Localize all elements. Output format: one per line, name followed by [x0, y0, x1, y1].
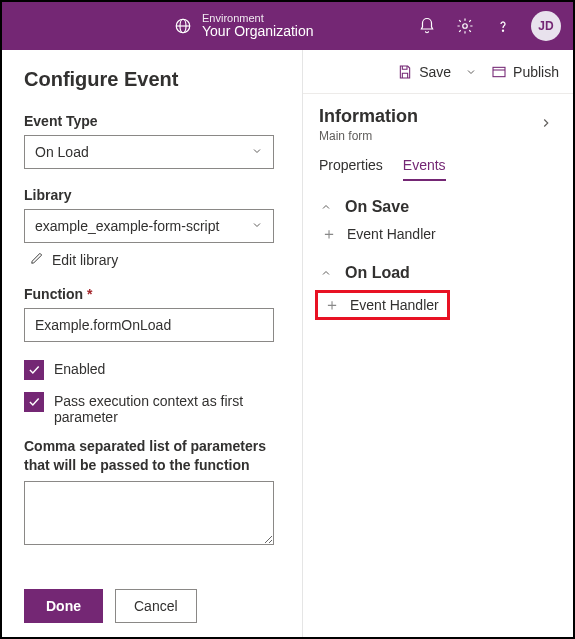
avatar-initials: JD	[538, 19, 553, 33]
pass-context-checkbox[interactable]: Pass execution context as first paramete…	[24, 392, 280, 425]
organization-name: Your Organization	[202, 24, 314, 39]
params-label: Comma separated list of parameters that …	[24, 437, 280, 475]
top-bar: Environment Your Organization JD	[2, 2, 573, 50]
configure-event-panel: Configure Event Event Type On Load Libra…	[2, 50, 302, 637]
pass-context-label: Pass execution context as first paramete…	[54, 392, 280, 425]
publish-label: Publish	[513, 64, 559, 80]
plus-icon: ＋	[324, 297, 340, 313]
chevron-down-icon	[251, 218, 263, 234]
gear-icon[interactable]	[455, 16, 475, 36]
function-input[interactable]	[24, 308, 274, 342]
chevron-up-icon	[319, 267, 333, 279]
cancel-button[interactable]: Cancel	[115, 589, 197, 623]
enabled-checkbox[interactable]: Enabled	[24, 360, 280, 380]
tab-properties[interactable]: Properties	[319, 157, 383, 181]
publish-button[interactable]: Publish	[491, 64, 559, 80]
pencil-icon	[30, 251, 44, 268]
add-event-handler-onload[interactable]: ＋ Event Handler	[322, 297, 439, 313]
section-on-load: On Load ＋ Event Handler	[303, 248, 573, 326]
event-type-label: Event Type	[24, 113, 280, 129]
info-title: Information	[319, 106, 418, 127]
section-on-save: On Save ＋ Event Handler	[303, 182, 573, 248]
chevron-up-icon	[319, 201, 333, 213]
svg-rect-4	[493, 67, 505, 76]
params-textarea[interactable]	[24, 481, 274, 545]
form-designer-panel: Save Publish Information Main form	[302, 50, 573, 637]
function-label: Function *	[24, 286, 280, 302]
library-value: example_example-form-script	[35, 218, 219, 234]
add-event-handler-onsave[interactable]: ＋ Event Handler	[319, 216, 557, 242]
enabled-label: Enabled	[54, 360, 105, 377]
section-on-load-title: On Load	[345, 264, 410, 282]
event-type-select[interactable]: On Load	[24, 135, 274, 169]
panel-tabs: Properties Events	[303, 143, 573, 182]
command-bar: Save Publish	[303, 50, 573, 94]
save-icon	[397, 64, 413, 80]
event-type-value: On Load	[35, 144, 89, 160]
save-label: Save	[419, 64, 451, 80]
help-icon[interactable]	[493, 16, 513, 36]
environment-icon	[174, 17, 192, 35]
section-on-save-title: On Save	[345, 198, 409, 216]
library-select[interactable]: example_example-form-script	[24, 209, 274, 243]
done-button[interactable]: Done	[24, 589, 103, 623]
bell-icon[interactable]	[417, 16, 437, 36]
event-handler-label: Event Handler	[350, 297, 439, 313]
section-on-load-header[interactable]: On Load	[319, 264, 557, 282]
event-handler-label: Event Handler	[347, 226, 436, 242]
svg-point-3	[502, 30, 503, 31]
library-label: Library	[24, 187, 280, 203]
edit-library-label: Edit library	[52, 252, 118, 268]
svg-point-2	[463, 24, 468, 29]
plus-icon: ＋	[321, 226, 337, 242]
highlight-marker: ＋ Event Handler	[315, 290, 450, 320]
checkbox-checked-icon	[24, 360, 44, 380]
tab-events[interactable]: Events	[403, 157, 446, 181]
save-button[interactable]: Save	[397, 64, 451, 80]
environment-label: Environment	[202, 12, 314, 24]
chevron-right-icon[interactable]	[539, 114, 557, 135]
section-on-save-header[interactable]: On Save	[319, 198, 557, 216]
chevron-down-icon	[251, 144, 263, 160]
info-subtitle: Main form	[319, 129, 418, 143]
environment-picker[interactable]: Environment Your Organization	[174, 12, 417, 39]
checkbox-checked-icon	[24, 392, 44, 412]
panel-title: Configure Event	[24, 68, 280, 91]
edit-library-link[interactable]: Edit library	[24, 251, 280, 268]
publish-icon	[491, 64, 507, 80]
avatar[interactable]: JD	[531, 11, 561, 41]
info-header: Information Main form	[303, 94, 573, 143]
save-dropdown[interactable]	[465, 66, 477, 78]
